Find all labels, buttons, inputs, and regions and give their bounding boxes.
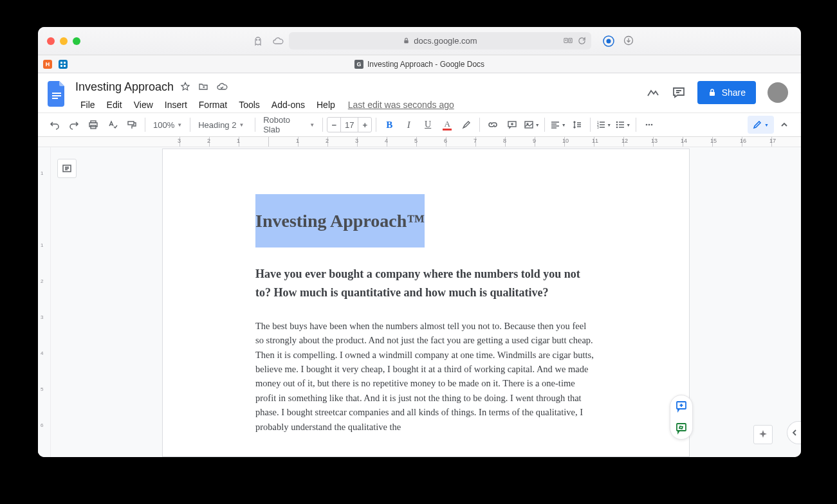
svg-point-29 [646,124,648,126]
insert-comment-button[interactable] [503,116,521,134]
star-icon[interactable] [180,82,190,92]
minimize-window-button[interactable] [60,37,68,45]
font-size-control: − 17 + [327,117,372,132]
ruler-tick: 11 [594,137,623,147]
downloads-icon[interactable] [623,35,634,47]
ruler-tick: 13 [653,137,683,147]
active-tab[interactable]: G Investing Approach - Google Docs [354,60,484,69]
comments-icon[interactable] [672,86,686,100]
document-page[interactable]: Investing Approach™ Have you ever bought… [162,148,690,457]
ghost-extension-icon[interactable] [253,36,263,46]
paint-format-button[interactable] [123,116,141,134]
document-heading2: Have you ever bought a company where the… [255,265,596,302]
ruler-tick: 14 [683,137,712,147]
url-bar[interactable]: docs.google.com [289,32,591,50]
vruler-tick: 2 [41,278,43,284]
suggest-edit-margin-button[interactable] [674,421,688,435]
align-button[interactable]: ▼ [549,116,567,134]
reload-icon[interactable] [578,37,586,45]
ruler-tick: 10 [564,137,594,147]
menu-view[interactable]: View [129,97,158,113]
ruler-tick: 1 [239,137,268,147]
text-color-button[interactable]: A [438,116,456,134]
svg-point-28 [616,127,618,129]
url-text: docs.google.com [414,36,477,46]
spellcheck-button[interactable] [104,116,122,134]
move-icon[interactable] [198,82,208,92]
svg-point-30 [648,124,650,126]
vruler-tick: 1 [41,170,43,176]
chrome-left-icons [253,36,284,46]
svg-rect-14 [52,98,58,99]
ruler-tick: 9 [535,137,564,147]
explore-button[interactable] [753,425,773,444]
close-window-button[interactable] [47,37,55,45]
document-heading1: Investing Approach™ [255,194,425,248]
avatar[interactable] [768,82,788,103]
menu-help[interactable]: Help [311,97,340,113]
pinned-tab-1[interactable]: H [43,60,52,69]
translate-icon[interactable] [564,37,573,44]
docs-favicon: G [354,60,363,69]
docs-header: Investing Approach File Edit View Insert… [38,73,801,113]
cloud-status-icon[interactable] [216,82,228,92]
insert-image-button[interactable]: ▼ [522,116,540,134]
ruler-tick: 1 [298,137,327,147]
bold-button[interactable]: B [380,116,398,134]
font-select[interactable]: Roboto Slab▼ [259,115,318,134]
numbered-list-button[interactable]: 123▼ [594,116,612,134]
more-button[interactable] [640,116,658,134]
menu-file[interactable]: File [75,97,100,113]
highlight-button[interactable] [457,116,475,134]
horizontal-ruler[interactable]: 3211234567891011121314151617 [38,137,801,147]
svg-rect-8 [60,62,62,64]
password-manager-icon[interactable] [603,35,614,47]
menu-tools[interactable]: Tools [234,97,265,113]
bullet-list-button[interactable]: ▼ [614,116,632,134]
style-select[interactable]: Heading 2▼ [194,120,251,130]
menu-bar: File Edit View Insert Format Tools Add-o… [75,97,639,113]
svg-text:3: 3 [597,125,599,129]
outline-button[interactable] [57,159,77,178]
ruler-tick: 7 [475,137,505,147]
activity-icon[interactable] [646,86,660,100]
svg-rect-15 [710,92,715,96]
vruler-tick: 3 [41,314,43,320]
editing-mode-button[interactable]: ▼ [748,116,774,134]
docs-home-button[interactable] [46,78,69,109]
tab-strip: H G Investing Approach - Google Docs [38,55,801,73]
font-size-decrease[interactable]: − [327,120,340,130]
add-comment-margin-button[interactable] [674,399,688,413]
zoom-select[interactable]: 100%▼ [149,120,186,130]
browser-window: docs.google.com H G Investing Approach -… [38,27,801,457]
svg-rect-12 [52,93,61,94]
italic-button[interactable]: I [400,116,418,134]
collapse-toolbar-button[interactable] [775,116,793,134]
menu-edit[interactable]: Edit [102,97,127,113]
vertical-ruler[interactable]: 2112345678 [38,147,51,457]
print-button[interactable] [84,116,102,134]
undo-button[interactable] [46,116,64,134]
svg-rect-10 [60,65,62,67]
menu-addons[interactable]: Add-ons [266,97,310,113]
menu-format[interactable]: Format [194,97,232,113]
insert-link-button[interactable] [484,116,502,134]
window-controls [47,37,80,45]
share-button[interactable]: Share [697,81,756,104]
menu-insert[interactable]: Insert [160,97,192,113]
ruler-tick: 5 [416,137,446,147]
underline-button[interactable]: U [419,116,437,134]
document-title[interactable]: Investing Approach [75,80,174,94]
ruler-tick: 3 [357,137,387,147]
last-edit-link[interactable]: Last edit was seconds ago [348,100,454,110]
font-size-value[interactable]: 17 [340,118,358,132]
line-spacing-button[interactable] [568,116,586,134]
svg-rect-19 [128,122,134,125]
maximize-window-button[interactable] [73,37,80,45]
font-size-increase[interactable]: + [358,120,371,130]
share-label: Share [722,87,746,98]
toolbar: 100%▼ Heading 2▼ Roboto Slab▼ − 17 + B I… [38,113,801,137]
pinned-tab-2[interactable] [59,60,68,69]
redo-button[interactable] [65,116,83,134]
cloud-icon[interactable] [272,36,284,46]
